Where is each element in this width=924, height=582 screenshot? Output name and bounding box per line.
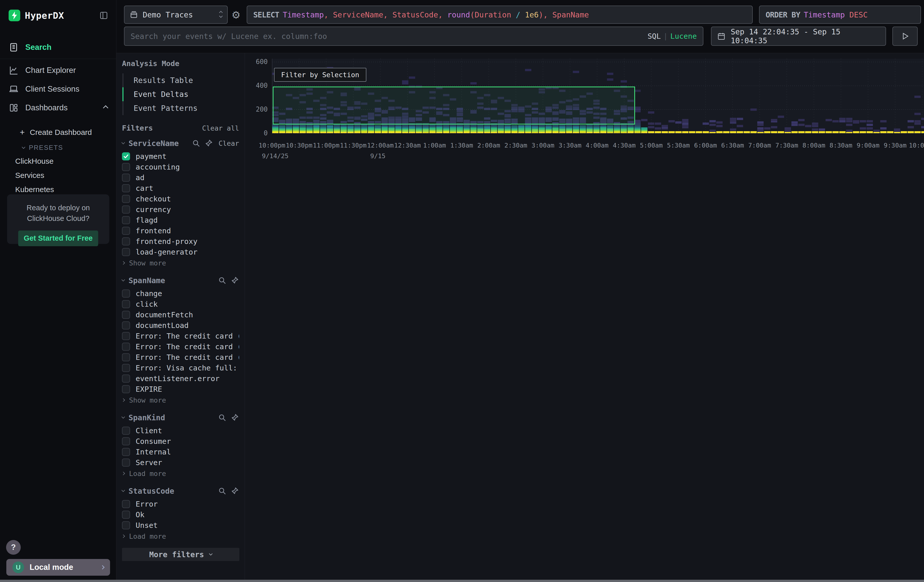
analysis-mode-event-deltas[interactable]: Event Deltas [122, 87, 239, 101]
sidebar-item-services[interactable]: Services [0, 168, 116, 183]
filter-option[interactable]: frontend-proxy [122, 236, 239, 247]
filter-option[interactable]: Ok [122, 509, 239, 520]
help-button[interactable]: ? [6, 540, 21, 555]
search-icon[interactable] [192, 139, 200, 148]
filter-option[interactable]: eventListener.error [122, 373, 239, 384]
pin-icon[interactable] [205, 139, 213, 148]
checkbox[interactable] [122, 184, 130, 192]
gear-icon[interactable]: ⚙ [230, 9, 242, 21]
filter-option[interactable]: documentLoad [122, 320, 239, 331]
checkbox[interactable] [122, 385, 130, 393]
checkbox[interactable] [122, 500, 130, 508]
search-icon[interactable] [218, 276, 226, 285]
filter-option[interactable]: click [122, 299, 239, 310]
checkbox[interactable] [122, 332, 130, 340]
horizontal-scrollbar[interactable] [0, 580, 924, 582]
filter-option[interactable]: Error: The credit card (… [122, 352, 239, 363]
more-filters-button[interactable]: More filters [122, 548, 239, 561]
filter-by-selection-button[interactable]: Filter by Selection [274, 68, 366, 82]
lucene-mode-toggle[interactable]: Lucene [670, 32, 697, 41]
checkbox[interactable] [122, 195, 130, 203]
checkbox[interactable] [122, 343, 130, 351]
checkbox[interactable] [122, 290, 130, 298]
checkbox[interactable] [122, 353, 130, 361]
pin-icon[interactable] [231, 276, 239, 285]
sidebar-item-client-sessions[interactable]: Client Sessions [0, 80, 116, 99]
filter-option[interactable]: Server [122, 457, 239, 468]
local-mode-menu[interactable]: U Local mode [6, 559, 110, 576]
checkbox[interactable] [122, 437, 130, 445]
filter-option[interactable]: currency [122, 204, 239, 215]
run-query-button[interactable] [893, 26, 918, 46]
checkbox[interactable] [122, 248, 130, 256]
show-more-button[interactable]: Load more [122, 468, 239, 478]
filter-option[interactable]: Consumer [122, 436, 239, 447]
filter-option[interactable]: EXPIRE [122, 384, 239, 394]
pin-icon[interactable] [231, 413, 239, 422]
presets-toggle[interactable]: PRESETS [0, 140, 116, 154]
checkbox[interactable] [122, 300, 130, 308]
sql-mode-toggle[interactable]: SQL [647, 32, 661, 41]
orderby-input[interactable]: ORDER BY Timestamp DESC [759, 6, 921, 24]
analysis-mode-results-table[interactable]: Results Table [122, 73, 239, 87]
select-query-input[interactable]: SELECT Timestamp, ServiceName, StatusCod… [247, 6, 753, 24]
sidebar-item-chart-explorer[interactable]: Chart Explorer [0, 61, 116, 80]
filter-option[interactable]: payment [122, 151, 239, 162]
clear-filter-button[interactable]: Clear [219, 139, 239, 147]
checkbox[interactable] [122, 216, 130, 224]
checkbox[interactable] [122, 227, 130, 235]
collapse-sidebar-icon[interactable] [99, 11, 109, 20]
chevron-down-icon[interactable] [121, 278, 125, 281]
filter-option[interactable]: flagd [122, 215, 239, 226]
analysis-mode-event-patterns[interactable]: Event Patterns [122, 101, 239, 115]
filter-option[interactable]: Error [122, 499, 239, 509]
chevron-down-icon[interactable] [121, 415, 125, 419]
filter-group-name[interactable]: SpanName [129, 276, 165, 285]
checkbox[interactable] [122, 427, 130, 435]
create-dashboard-button[interactable]: + Create Dashboard [0, 124, 116, 140]
filter-option[interactable]: load-generator [122, 247, 239, 257]
checkbox[interactable] [122, 458, 130, 467]
checkbox[interactable] [122, 163, 130, 171]
sidebar-item-search[interactable]: Search [0, 38, 116, 57]
clear-all-button[interactable]: Clear all [202, 124, 239, 132]
checkbox[interactable] [122, 448, 130, 456]
filter-option[interactable]: Internal [122, 447, 239, 457]
show-more-button[interactable]: Show more [122, 395, 239, 405]
sidebar-item-clickhouse[interactable]: ClickHouse [0, 154, 116, 168]
source-select[interactable]: Demo Traces [124, 6, 228, 24]
checkbox[interactable] [122, 322, 130, 330]
checkbox[interactable] [122, 206, 130, 214]
filter-option[interactable]: cart [122, 183, 239, 194]
get-started-button[interactable]: Get Started for Free [18, 231, 98, 246]
filter-option[interactable]: Client [122, 425, 239, 436]
filter-option[interactable]: ad [122, 172, 239, 183]
date-range-picker[interactable]: Sep 14 22:04:35 - Sep 15 10:04:35 [711, 26, 886, 46]
filter-option[interactable]: Error: The credit card (… [122, 341, 239, 352]
sidebar-item-dashboards[interactable]: Dashboards [0, 99, 116, 117]
filter-option[interactable]: Error: The credit card (… [122, 331, 239, 341]
filter-group-name[interactable]: ServiceName [129, 139, 179, 148]
show-more-button[interactable]: Show more [122, 258, 239, 268]
search-icon[interactable] [218, 486, 226, 495]
search-input[interactable] [130, 32, 645, 41]
chevron-down-icon[interactable] [121, 141, 125, 144]
filter-option[interactable]: checkout [122, 194, 239, 204]
chevron-down-icon[interactable] [121, 488, 125, 492]
checkbox[interactable] [122, 511, 130, 519]
checkbox[interactable] [122, 173, 130, 182]
filter-option[interactable]: frontend [122, 226, 239, 236]
checkbox[interactable] [122, 237, 130, 246]
filter-group-name[interactable]: SpanKind [129, 413, 165, 422]
filter-option[interactable]: documentFetch [122, 310, 239, 320]
filter-option[interactable]: change [122, 288, 239, 299]
checkbox[interactable] [122, 374, 130, 383]
filter-group-name[interactable]: StatusCode [129, 486, 174, 495]
checkbox-checked[interactable] [122, 152, 130, 160]
filter-option[interactable]: Unset [122, 520, 239, 531]
pin-icon[interactable] [231, 486, 239, 495]
show-more-button[interactable]: Load more [122, 531, 239, 541]
checkbox[interactable] [122, 521, 130, 529]
checkbox[interactable] [122, 311, 130, 319]
filter-option[interactable]: Error: Visa cache full: … [122, 363, 239, 373]
